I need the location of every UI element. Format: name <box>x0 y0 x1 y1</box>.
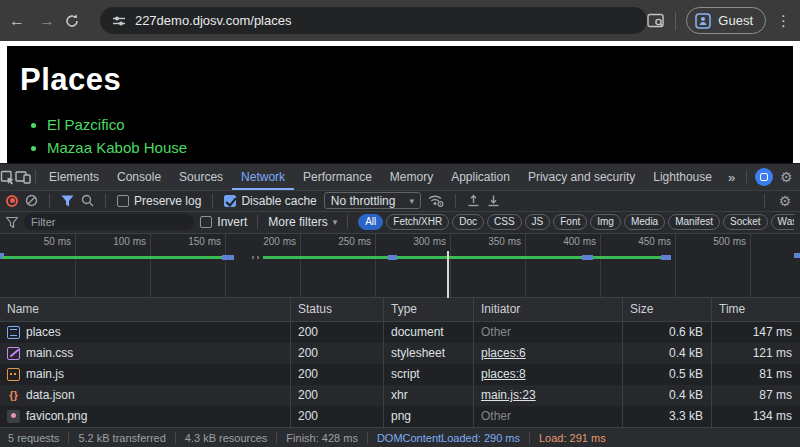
filter-funnel-icon <box>6 217 18 228</box>
toolbar-divider <box>105 194 106 208</box>
request-size: 0.5 kB <box>622 364 711 385</box>
place-link[interactable]: El Pazcifico <box>47 116 125 133</box>
screencast-icon[interactable] <box>755 168 773 186</box>
clear-network-icon[interactable] <box>25 194 38 207</box>
filter-toggle-icon[interactable] <box>61 195 74 207</box>
load-time: Load: 291 ms <box>539 432 606 444</box>
place-link[interactable]: Mazaa Kabob House <box>47 139 187 156</box>
reload-icon[interactable] <box>64 13 90 29</box>
record-network-icon[interactable] <box>6 195 18 207</box>
request-size: 0.4 kB <box>622 343 711 364</box>
gridline <box>75 234 76 297</box>
export-har-icon[interactable] <box>487 194 500 207</box>
column-header-name[interactable]: Name <box>0 298 290 321</box>
script-icon <box>7 368 20 381</box>
chip-all[interactable]: All <box>358 214 383 230</box>
request-status: 200 <box>290 343 383 364</box>
address-bar[interactable]: 227demo.djosv.com/places <box>100 7 647 34</box>
request-type: document <box>383 322 473 343</box>
initiator-link[interactable]: places:8 <box>481 367 526 381</box>
tab-application[interactable]: Application <box>442 164 519 190</box>
chip-js[interactable]: JS <box>525 214 551 230</box>
filter-input[interactable]: Filter <box>24 214 194 230</box>
settings-gear-icon[interactable]: ⚙ <box>777 169 795 185</box>
gridline <box>450 234 451 297</box>
initiator-link[interactable]: main.js:23 <box>481 388 536 402</box>
chip-img[interactable]: Img <box>590 214 621 230</box>
tab-bar-divider <box>35 170 36 184</box>
back-icon[interactable]: ← <box>4 12 30 30</box>
import-har-icon[interactable] <box>467 194 480 207</box>
tab-lighthouse[interactable]: Lighthouse <box>644 164 721 190</box>
chip-doc[interactable]: Doc <box>452 214 484 230</box>
chip-manifest[interactable]: Manifest <box>668 214 720 230</box>
tab-privacy-and-security[interactable]: Privacy and security <box>519 164 644 190</box>
tab-elements[interactable]: Elements <box>40 164 108 190</box>
requests-table-header: Name Status Type Initiator Size Time <box>0 298 800 322</box>
side-panel-search-icon[interactable] <box>647 13 665 29</box>
chip-css[interactable]: CSS <box>487 214 522 230</box>
request-status: 200 <box>290 322 383 343</box>
profile-button[interactable]: Guest <box>686 7 766 34</box>
chip-wasm[interactable]: Wasm <box>771 214 794 230</box>
table-row[interactable]: favicon.png 200 png Other 3.3 kB 134 ms <box>0 406 800 427</box>
table-row[interactable]: {} data.json 200 xhr main.js:23 0.4 kB 8… <box>0 385 800 406</box>
table-row[interactable]: main.js 200 script places:8 0.5 kB 81 ms <box>0 364 800 385</box>
column-header-time[interactable]: Time <box>711 298 800 321</box>
gridline <box>525 234 526 297</box>
requests-count: 5 requests <box>8 432 59 444</box>
request-name: main.css <box>26 343 73 364</box>
time-tick: 400 ms <box>563 236 596 247</box>
column-header-type[interactable]: Type <box>383 298 473 321</box>
image-icon <box>7 410 20 423</box>
page-body: Places El Pazcifico Mazaa Kabob House Jo… <box>7 46 793 163</box>
request-time: 81 ms <box>711 364 800 385</box>
invert-checkbox[interactable]: Invert <box>200 215 247 229</box>
network-settings-gear-icon[interactable]: ⚙ <box>776 193 794 209</box>
network-conditions-icon[interactable] <box>428 194 444 207</box>
checkbox-checked[interactable] <box>224 195 236 207</box>
waterfall-segment <box>388 255 397 260</box>
table-row[interactable]: places 200 document Other 0.6 kB 147 ms <box>0 322 800 343</box>
disable-cache-checkbox[interactable]: Disable cache <box>224 194 316 208</box>
gridline <box>375 234 376 297</box>
search-icon[interactable] <box>81 194 94 207</box>
inspect-element-icon[interactable] <box>0 164 15 190</box>
column-header-initiator[interactable]: Initiator <box>473 298 622 321</box>
device-toolbar-icon[interactable] <box>15 164 31 190</box>
preserve-log-checkbox[interactable]: Preserve log <box>117 194 201 208</box>
toolbar-divider <box>212 194 213 208</box>
waterfall-segment <box>263 256 661 259</box>
chip-fetch-xhr[interactable]: Fetch/XHR <box>386 214 449 230</box>
tab-console[interactable]: Console <box>108 164 170 190</box>
checkbox-unchecked[interactable] <box>200 216 212 228</box>
tab-performance[interactable]: Performance <box>294 164 381 190</box>
request-status: 200 <box>290 385 383 406</box>
table-row[interactable]: main.css 200 stylesheet places:6 0.4 kB … <box>0 343 800 364</box>
tab-memory[interactable]: Memory <box>381 164 442 190</box>
stylesheet-icon <box>7 347 20 360</box>
gridline <box>750 234 751 297</box>
request-type: stylesheet <box>383 343 473 364</box>
checkbox-unchecked[interactable] <box>117 195 129 207</box>
browser-menu-icon[interactable]: ⋮ <box>776 12 790 30</box>
throttling-select[interactable]: No throttling ▾ <box>324 192 421 209</box>
waterfall-dot <box>252 256 254 259</box>
network-overview-timeline[interactable]: 50 ms 100 ms 150 ms 200 ms 250 ms 300 ms… <box>0 234 800 298</box>
tab-sources[interactable]: Sources <box>170 164 232 190</box>
chip-media[interactable]: Media <box>624 214 665 230</box>
places-list: El Pazcifico Mazaa Kabob House Journey t… <box>7 113 793 163</box>
forward-icon[interactable]: → <box>34 12 60 30</box>
site-info-icon[interactable] <box>112 14 126 28</box>
column-header-status[interactable]: Status <box>290 298 383 321</box>
tab-network[interactable]: Network <box>232 164 294 190</box>
time-tick: 150 ms <box>188 236 221 247</box>
initiator-link[interactable]: places:6 <box>481 346 526 360</box>
chip-socket[interactable]: Socket <box>723 214 768 230</box>
column-header-size[interactable]: Size <box>622 298 711 321</box>
more-tabs-icon[interactable]: » <box>721 170 742 185</box>
chip-font[interactable]: Font <box>553 214 587 230</box>
time-tick: 50 ms <box>44 236 71 247</box>
chevron-down-icon: ▾ <box>409 196 414 206</box>
more-filters-dropdown[interactable]: More filters ▾ <box>268 215 337 229</box>
